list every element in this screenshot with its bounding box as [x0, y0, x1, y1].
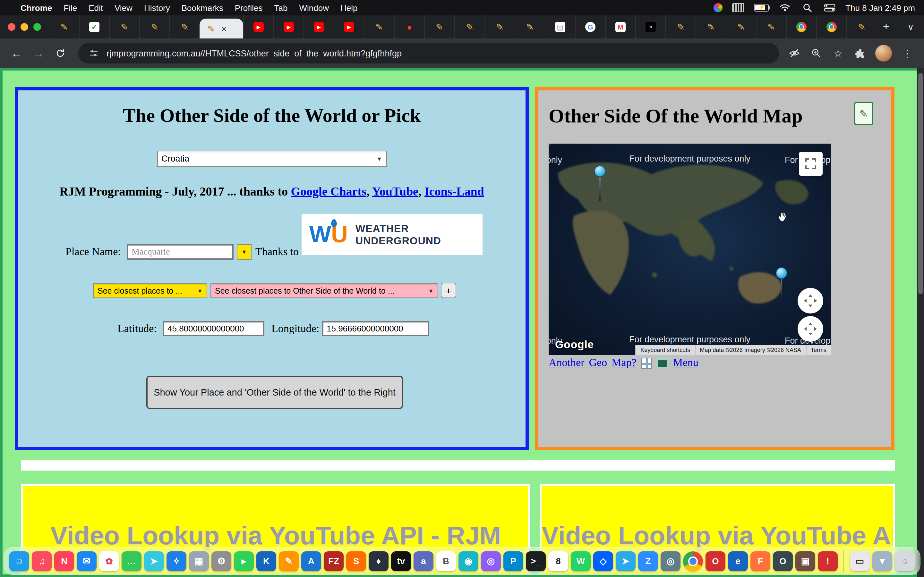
dock-icon-firefox[interactable]: F [750, 551, 771, 571]
dock-icon-music[interactable]: ♫ [32, 551, 52, 571]
dock-icon-box[interactable]: ▣ [795, 551, 815, 571]
another-link[interactable]: Another [549, 356, 584, 369]
tab[interactable]: G [575, 15, 605, 39]
browser-menu-icon[interactable]: ⋮ [901, 47, 914, 60]
dock-icon-news[interactable]: N [54, 551, 74, 571]
longitude-input[interactable] [322, 321, 429, 336]
country-select[interactable]: Croatia ▼ [157, 151, 387, 167]
tab[interactable]: ✎ [109, 15, 139, 39]
tab[interactable]: ✎ [49, 15, 79, 39]
dock-icon-arc[interactable]: a [414, 551, 433, 571]
add-button[interactable]: + [441, 283, 456, 298]
dock-icon-mail[interactable]: ✉ [77, 551, 97, 571]
latitude-input[interactable] [163, 321, 264, 336]
dock-icon-safari[interactable]: ✧ [166, 551, 186, 571]
pan-control-secondary[interactable] [798, 316, 823, 342]
tab[interactable]: ✎ [666, 15, 696, 39]
tab[interactable]: M [605, 15, 635, 39]
menubar-item-tab[interactable]: Tab [274, 3, 288, 13]
dock-icon-dropbox[interactable]: ◇ [593, 551, 613, 571]
tab[interactable]: ▶ [273, 15, 304, 39]
closest-places-select[interactable]: See closest places to ... ▼ [93, 284, 207, 298]
dock-icon-paw[interactable]: P [503, 551, 523, 571]
menubar-clock[interactable]: Thu 8 Jan 2:49 pm [845, 3, 915, 13]
icons-land-link[interactable]: Icons-Land [425, 185, 484, 198]
site-info-icon[interactable] [87, 47, 100, 60]
tab[interactable]: b [635, 15, 666, 39]
dock-icon-trash[interactable]: ◌ [895, 551, 915, 571]
page-scrollbar[interactable] [917, 68, 924, 577]
tab[interactable]: ● [394, 15, 424, 39]
dock-icon-finder[interactable]: ☺ [9, 551, 29, 571]
dock-icon-edge[interactable]: e [728, 551, 748, 571]
fullscreen-button[interactable] [799, 152, 822, 176]
screen-icon[interactable] [656, 358, 669, 367]
edit-note-icon[interactable]: ✎ [854, 102, 873, 125]
tab[interactable]: ✎ [454, 15, 485, 39]
pan-control[interactable] [798, 288, 823, 314]
dock-icon-opera[interactable]: O [706, 551, 725, 571]
dock-icon-whatsapp[interactable]: W [571, 551, 591, 571]
dock-icon-terminal[interactable]: >_ [526, 551, 546, 571]
tab[interactable]: ▤ [545, 15, 575, 39]
tab[interactable]: ▶ [334, 15, 364, 39]
dock-icon-zoom[interactable]: Z [638, 551, 658, 571]
google-charts-link[interactable]: Google Charts [291, 185, 367, 198]
dock-icon-drop[interactable]: ◉ [459, 551, 478, 571]
dock-icon-tv[interactable]: tv [391, 551, 411, 571]
chart-grid-icon[interactable] [641, 358, 652, 368]
tab[interactable]: ✎ [515, 15, 545, 39]
status-app-icon[interactable] [713, 3, 722, 12]
spotlight-search-icon[interactable] [800, 1, 813, 14]
dock-icon-bear[interactable]: B [436, 551, 456, 571]
map-question-link[interactable]: Map? [612, 356, 636, 369]
profile-avatar[interactable] [875, 45, 892, 61]
wifi-icon[interactable] [778, 1, 791, 14]
menubar-item-history[interactable]: History [144, 3, 170, 13]
tab[interactable]: ✎ [485, 15, 515, 39]
control-center-icon[interactable] [823, 1, 836, 14]
menubar-item-help[interactable]: Help [341, 3, 358, 13]
tab-close-icon[interactable]: × [221, 24, 226, 33]
keyboard-status-icon[interactable] [732, 3, 744, 12]
menubar-app-name[interactable]: Chrome [21, 3, 52, 13]
menu-link[interactable]: Menu [673, 356, 698, 369]
scrollbar-thumb[interactable] [918, 73, 923, 294]
tab[interactable]: ▶ [243, 15, 273, 39]
dock-icon-messages[interactable]: … [121, 551, 142, 571]
tab-active[interactable]: ✎× [200, 19, 243, 39]
dock-icon-pin[interactable]: ! [818, 551, 838, 571]
dock-icon-eight[interactable]: 8 [548, 551, 568, 571]
tab[interactable] [816, 15, 846, 39]
geo-link[interactable]: Geo [589, 356, 607, 369]
new-tab-button[interactable]: + [877, 21, 896, 33]
tab[interactable]: ▶ [304, 15, 334, 39]
menubar-item-profiles[interactable]: Profiles [235, 3, 263, 13]
zoom-icon[interactable] [810, 47, 822, 60]
tab[interactable]: ✓ [79, 15, 109, 39]
menubar-item-view[interactable]: View [115, 3, 132, 13]
place-name-input[interactable] [127, 244, 234, 259]
back-button[interactable]: ← [8, 44, 26, 62]
dock-icon-appstore[interactable]: A [301, 551, 321, 571]
tab[interactable] [786, 15, 816, 39]
keyboard-shortcuts-link[interactable]: Keyboard shortcuts [635, 345, 695, 355]
dock-icon-downloads[interactable]: ▼ [872, 551, 892, 571]
dock-icon-swift[interactable]: S [346, 551, 366, 571]
place-mini-select[interactable]: ▼ [237, 244, 252, 259]
youtube-link[interactable]: YouTube [372, 185, 418, 198]
tab[interactable]: ✎ [756, 15, 786, 39]
tab[interactable]: ✎ [170, 15, 200, 39]
menubar-item-bookmarks[interactable]: Bookmarks [182, 3, 223, 13]
dock-icon-launchpad[interactable]: ▦ [189, 551, 209, 571]
bookmark-star-icon[interactable]: ☆ [832, 47, 845, 60]
reload-button[interactable] [51, 44, 69, 62]
url-text[interactable]: rjmprogramming.com.au//HTMLCSS/other_sid… [107, 48, 402, 58]
tab[interactable]: ✎ [424, 15, 454, 39]
menubar-item-window[interactable]: Window [299, 3, 329, 13]
dock-icon-filezilla[interactable]: FZ [324, 551, 344, 571]
tab[interactable]: ✎ [696, 15, 726, 39]
terms-link[interactable]: Terms [806, 345, 831, 355]
tab[interactable]: ✎ [726, 15, 756, 39]
menubar-item-edit[interactable]: Edit [89, 3, 103, 13]
